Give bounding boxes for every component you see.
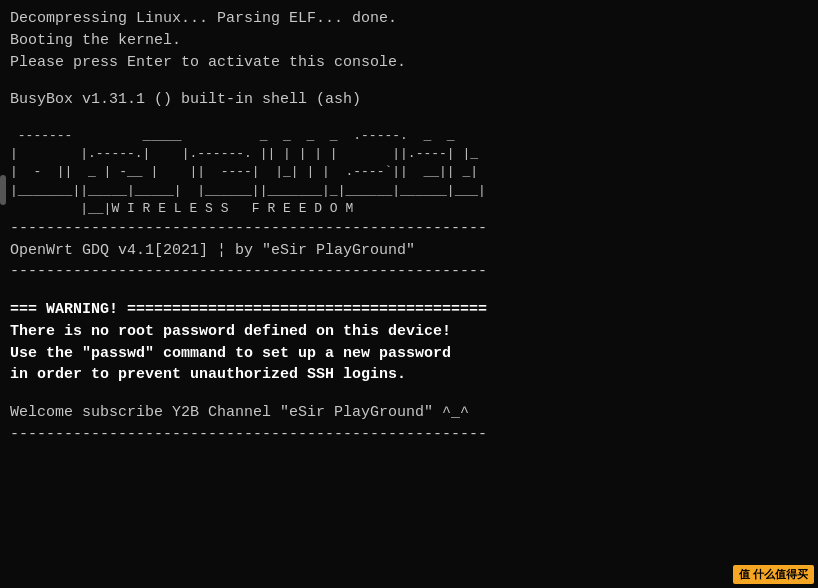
spacer-3 — [10, 283, 808, 299]
warning-line-3: in order to prevent unauthorized SSH log… — [10, 364, 808, 386]
boot-line-3: Please press Enter to activate this cons… — [10, 52, 808, 74]
divider-3: ----------------------------------------… — [10, 424, 808, 446]
boot-line-2: Booting the kernel. — [10, 30, 808, 52]
warning-line-2: Use the "passwd" command to set up a new… — [10, 343, 808, 365]
spacer-4 — [10, 386, 808, 402]
spacer-2 — [10, 111, 808, 127]
watermark-badge: 值 什么值得买 — [733, 565, 814, 584]
boot-line-1: Decompressing Linux... Parsing ELF... do… — [10, 8, 808, 30]
divider-1: ----------------------------------------… — [10, 218, 808, 240]
openwrt-line: OpenWrt GDQ v4.1[2021] ¦ by "eSir PlayGr… — [10, 240, 808, 262]
terminal-window: Decompressing Linux... Parsing ELF... do… — [0, 0, 818, 588]
warning-line-1: There is no root password defined on thi… — [10, 321, 808, 343]
divider-2: ----------------------------------------… — [10, 261, 808, 283]
welcome-line: Welcome subscribe Y2B Channel "eSir Play… — [10, 402, 808, 424]
spacer-5 — [10, 446, 808, 462]
warning-header: === WARNING! ===========================… — [10, 299, 808, 321]
ascii-art-block: ------- _____ _ _ _ _ .-----. _ _ | |.--… — [10, 127, 808, 218]
scrollbar[interactable] — [0, 175, 6, 205]
spacer-1 — [10, 73, 808, 89]
busybox-line: BusyBox v1.31.1 () built-in shell (ash) — [10, 89, 808, 111]
